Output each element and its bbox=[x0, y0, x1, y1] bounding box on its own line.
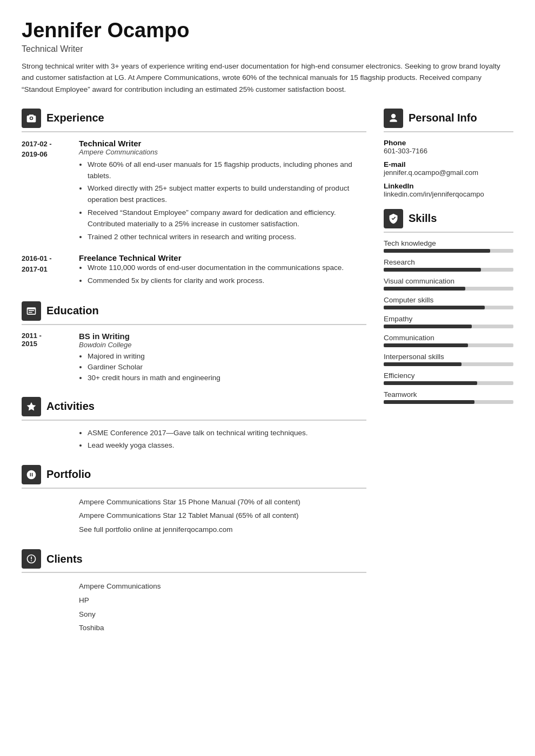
right-column: Personal Info Phone 601-303-7166 E-mail … bbox=[384, 109, 513, 648]
client-item-3: Sony bbox=[79, 608, 366, 622]
personal-info-icon bbox=[384, 109, 403, 128]
client-item-2: HP bbox=[79, 593, 366, 608]
skill-bar-fill-0 bbox=[384, 249, 490, 253]
exp-bullet-2-2: Commended 5x by clients for clarity and … bbox=[88, 275, 366, 287]
personal-info-header: Personal Info bbox=[384, 109, 513, 132]
exp-bullet-1-4: Trained 2 other technical writers in res… bbox=[88, 232, 366, 243]
portfolio-item-3: See full portfolio online at jenniferqoc… bbox=[79, 523, 366, 537]
linkedin-value: linkedin.com/in/jenniferqocampo bbox=[384, 190, 513, 198]
exp-content-2: Freelance Technical Writer Wrote 110,000… bbox=[79, 253, 366, 288]
experience-title: Experience bbox=[46, 112, 104, 124]
skills-list: Tech knowledge Research Visual communica… bbox=[384, 239, 513, 404]
edu-bullet-1-3: 30+ credit hours in math and engineering bbox=[88, 373, 366, 383]
experience-section-header: Experience bbox=[22, 109, 366, 132]
experience-section: Experience 2017-02 -2019-06 Technical Wr… bbox=[22, 109, 366, 288]
candidate-summary: Strong technical writer with 3+ years of… bbox=[22, 60, 513, 96]
skill-name-4: Empathy bbox=[384, 315, 513, 323]
candidate-title: Technical Writer bbox=[22, 44, 513, 54]
skill-bar-bg-3 bbox=[384, 306, 513, 309]
exp-company-1: Ampere Communications bbox=[79, 148, 366, 156]
skill-item-2: Visual communication bbox=[384, 277, 513, 291]
activities-title: Activities bbox=[46, 400, 95, 413]
education-section-header: Education bbox=[22, 301, 366, 325]
experience-icon bbox=[22, 109, 41, 128]
exp-dates-2: 2016-01 -2017-01 bbox=[22, 253, 70, 288]
activities-section: Activities ASME Conference 2017—Gave tal… bbox=[22, 397, 366, 452]
edu-entry-1: 2011 -2015 BS in Writing Bowdoin College… bbox=[22, 332, 366, 384]
clients-section: Clients Ampere Communications HP Sony To… bbox=[22, 549, 366, 635]
resume-header: Jennifer Ocampo Technical Writer Strong … bbox=[22, 19, 513, 96]
portfolio-title: Portfolio bbox=[46, 468, 91, 481]
exp-bullet-1-2: Worked directly with 25+ subject matter … bbox=[88, 183, 366, 206]
skill-name-0: Tech knowledge bbox=[384, 239, 513, 247]
skill-bar-fill-4 bbox=[384, 325, 472, 328]
skill-name-1: Research bbox=[384, 258, 513, 266]
skill-name-8: Teamwork bbox=[384, 390, 513, 399]
portfolio-item-2: Ampere Communications Star 12 Tablet Man… bbox=[79, 509, 366, 523]
skill-item-5: Communication bbox=[384, 334, 513, 347]
portfolio-section: Portfolio Ampere Communications Star 15 … bbox=[22, 465, 366, 537]
clients-content: Ampere Communications HP Sony Toshiba bbox=[79, 579, 366, 635]
activity-bullet-2: Lead weekly yoga classes. bbox=[88, 440, 366, 452]
skill-name-2: Visual communication bbox=[384, 277, 513, 285]
skill-bar-bg-5 bbox=[384, 343, 513, 347]
exp-job-title-2: Freelance Technical Writer bbox=[79, 253, 366, 262]
exp-job-title-1: Technical Writer bbox=[79, 139, 366, 148]
skill-bar-bg-1 bbox=[384, 268, 513, 272]
email-value: jennifer.q.ocampo@gmail.com bbox=[384, 168, 513, 177]
exp-entry-1: 2017-02 -2019-06 Technical Writer Ampere… bbox=[22, 139, 366, 245]
activities-icon bbox=[22, 397, 41, 416]
linkedin-label: LinkedIn bbox=[384, 182, 513, 190]
clients-title: Clients bbox=[46, 553, 83, 565]
clients-text: Ampere Communications HP Sony Toshiba bbox=[79, 579, 366, 635]
skill-bar-bg-4 bbox=[384, 325, 513, 328]
client-item-4: Toshiba bbox=[79, 621, 366, 635]
exp-bullet-2-1: Wrote 110,000 words of end-user document… bbox=[88, 262, 366, 274]
skill-bar-bg-8 bbox=[384, 400, 513, 404]
education-title: Education bbox=[46, 305, 99, 317]
portfolio-icon bbox=[22, 465, 41, 484]
skill-bar-fill-5 bbox=[384, 343, 468, 347]
edu-bullet-1-2: Gardiner Scholar bbox=[88, 362, 366, 373]
portfolio-content: Ampere Communications Star 15 Phone Manu… bbox=[79, 495, 366, 537]
skill-name-5: Communication bbox=[384, 334, 513, 342]
education-section: Education 2011 -2015 BS in Writing Bowdo… bbox=[22, 301, 366, 384]
exp-bullets-2: Wrote 110,000 words of end-user document… bbox=[79, 262, 366, 287]
exp-bullet-1-3: Received “Standout Employee” company awa… bbox=[88, 207, 366, 230]
client-item-1: Ampere Communications bbox=[79, 579, 366, 593]
portfolio-section-header: Portfolio bbox=[22, 465, 366, 489]
exp-dates-1: 2017-02 -2019-06 bbox=[22, 139, 70, 245]
clients-spacer bbox=[22, 579, 70, 635]
skill-bar-fill-2 bbox=[384, 287, 465, 291]
activities-entry: ASME Conference 2017—Gave talk on techni… bbox=[22, 427, 366, 452]
skill-bar-bg-2 bbox=[384, 287, 513, 291]
skill-item-4: Empathy bbox=[384, 315, 513, 328]
skill-name-6: Interpersonal skills bbox=[384, 353, 513, 361]
edu-bullet-1-1: Majored in writing bbox=[88, 351, 366, 362]
skills-title: Skills bbox=[409, 212, 437, 225]
skill-bar-bg-6 bbox=[384, 362, 513, 366]
education-icon bbox=[22, 301, 41, 321]
clients-icon bbox=[22, 549, 41, 569]
skill-bar-fill-8 bbox=[384, 400, 474, 404]
skill-item-0: Tech knowledge bbox=[384, 239, 513, 253]
portfolio-item-1: Ampere Communications Star 15 Phone Manu… bbox=[79, 495, 366, 509]
left-column: Experience 2017-02 -2019-06 Technical Wr… bbox=[22, 109, 366, 648]
skill-bar-fill-3 bbox=[384, 306, 485, 309]
personal-info-section: Personal Info Phone 601-303-7166 E-mail … bbox=[384, 109, 513, 198]
activities-content: ASME Conference 2017—Gave talk on techni… bbox=[79, 427, 366, 452]
portfolio-spacer bbox=[22, 495, 70, 537]
skill-bar-bg-0 bbox=[384, 249, 513, 253]
skill-bar-bg-7 bbox=[384, 381, 513, 385]
exp-bullets-1: Wrote 60% of all end-user manuals for 15… bbox=[79, 159, 366, 243]
exp-content-1: Technical Writer Ampere Communications W… bbox=[79, 139, 366, 245]
edu-dates-1: 2011 -2015 bbox=[22, 332, 70, 384]
skills-icon bbox=[384, 209, 403, 228]
activities-spacer bbox=[22, 427, 70, 452]
exp-bullet-1-1: Wrote 60% of all end-user manuals for 15… bbox=[88, 159, 366, 182]
skills-section-header: Skills bbox=[384, 209, 513, 233]
phone-value: 601-303-7166 bbox=[384, 147, 513, 155]
personal-info-content: Phone 601-303-7166 E-mail jennifer.q.oca… bbox=[384, 139, 513, 198]
skill-item-8: Teamwork bbox=[384, 390, 513, 404]
activities-bullets: ASME Conference 2017—Gave talk on techni… bbox=[79, 427, 366, 452]
